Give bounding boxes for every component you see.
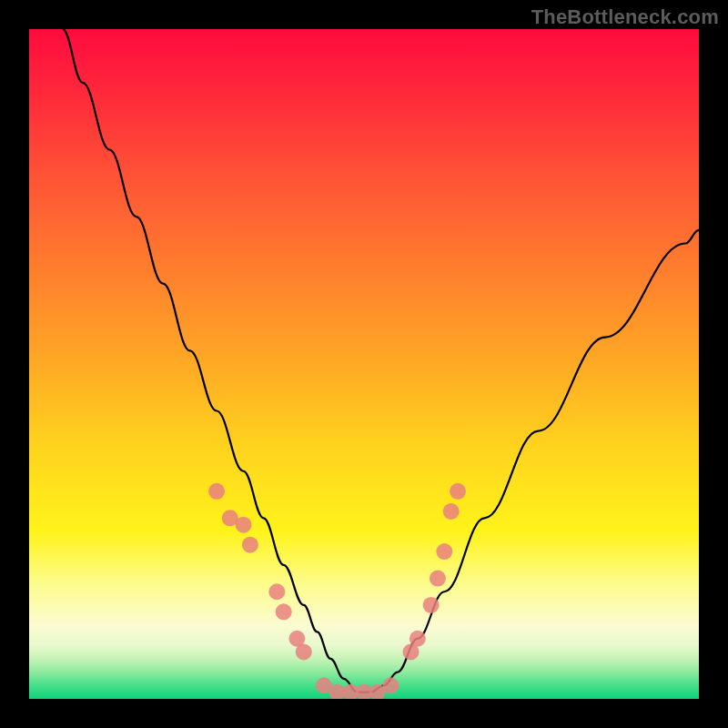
sample-points-left-point [276,603,292,620]
plot-area [29,29,699,699]
series-group [63,29,699,699]
sample-points-right-point [443,503,460,520]
sample-points-left-point [208,483,225,500]
sample-points-left-point [236,517,252,533]
sample-points-bottom-point [382,677,399,693]
sample-points-right-point [436,543,452,560]
sample-points-right-point [450,483,466,500]
sample-points-left-point [242,537,258,553]
bottleneck-curve [63,29,699,693]
chart-stage: TheBottleneck.com [0,0,728,728]
sample-points-right-point [423,597,440,613]
sample-points-right-point [430,571,446,587]
sample-points-left-point [296,643,312,660]
watermark-text: TheBottleneck.com [531,5,719,29]
sample-points-right-point [410,631,426,647]
chart-svg [29,29,699,699]
sample-points-left-point [268,583,285,600]
